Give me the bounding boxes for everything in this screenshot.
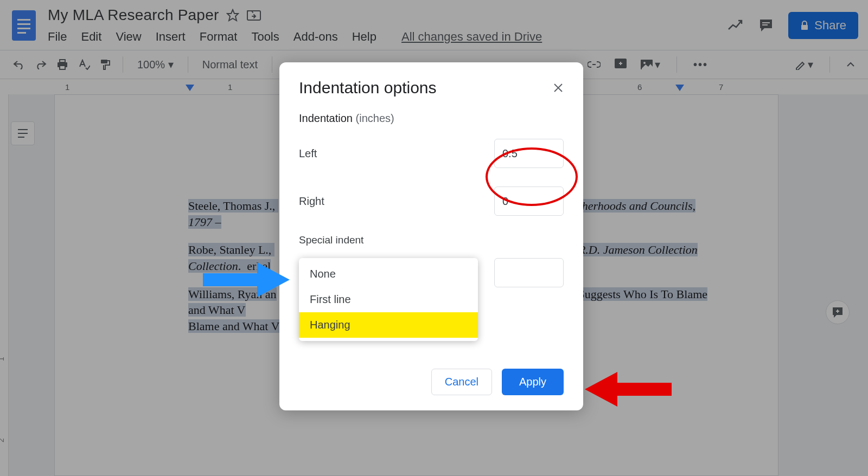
apply-button[interactable]: Apply	[502, 369, 564, 395]
add-comment-icon[interactable]	[611, 56, 630, 73]
cancel-button[interactable]: Cancel	[431, 369, 492, 395]
svg-rect-7	[762, 22, 770, 23]
chevron-down-icon: ▾	[808, 58, 813, 71]
svg-marker-5	[227, 10, 238, 21]
lock-icon	[800, 21, 809, 30]
more-icon[interactable]: •••	[690, 56, 711, 73]
svg-rect-0	[12, 10, 36, 41]
svg-rect-9	[801, 25, 808, 30]
dialog-section-heading: Indentation (inches)	[299, 112, 564, 125]
svg-rect-1	[17, 19, 30, 21]
print-icon[interactable]	[53, 57, 72, 72]
app-header: My MLA Research Paper File Edit View Ins…	[0, 0, 868, 50]
menu-format[interactable]: Format	[200, 30, 238, 44]
menu-tools[interactable]: Tools	[251, 30, 279, 44]
doc-text: Steele, Thomas J.,	[188, 199, 278, 213]
svg-rect-8	[762, 24, 768, 25]
doc-text: R.D. Jameson Collection	[578, 243, 698, 256]
ruler-tick: 1	[228, 82, 232, 92]
doc-text: Robe, Stanley L.,	[188, 243, 275, 256]
indent-marker-icon[interactable]	[675, 85, 684, 91]
comments-icon[interactable]	[759, 18, 773, 33]
svg-rect-6	[247, 11, 260, 20]
chevron-down-icon: ▾	[655, 58, 660, 71]
right-indent-label: Right	[299, 195, 324, 208]
menu-bar: File Edit View Insert Format Tools Add-o…	[48, 26, 727, 48]
menu-file[interactable]: File	[48, 30, 67, 44]
svg-point-16	[643, 62, 646, 64]
zoom-select[interactable]: 100% ▾	[132, 56, 179, 73]
ruler-tick: 6	[637, 82, 642, 92]
svg-rect-4	[17, 32, 26, 34]
chevron-down-icon: ▾	[168, 59, 174, 70]
menu-help[interactable]: Help	[352, 30, 376, 44]
undo-icon[interactable]	[10, 57, 28, 72]
save-status[interactable]: All changes saved in Drive	[401, 30, 542, 44]
share-label: Share	[814, 18, 846, 33]
vertical-ruler[interactable]: 1 2	[0, 94, 9, 476]
doc-text: Blame and What V	[188, 319, 279, 333]
option-first-line[interactable]: First line	[299, 287, 478, 312]
insert-image-icon[interactable]: ▾	[637, 56, 663, 73]
paint-format-icon[interactable]	[97, 56, 114, 73]
right-indent-input[interactable]	[494, 186, 564, 216]
left-indent-label: Left	[299, 147, 317, 160]
star-icon[interactable]	[226, 9, 239, 22]
doc-text: . erkel	[238, 259, 271, 273]
svg-rect-2	[17, 23, 30, 25]
special-indent-input[interactable]	[494, 258, 564, 287]
chevron-up-icon[interactable]	[843, 60, 858, 69]
option-none[interactable]: None	[299, 261, 478, 287]
menu-insert[interactable]: Insert	[156, 30, 186, 44]
style-select[interactable]: Normal text	[197, 56, 263, 73]
insert-link-icon[interactable]	[584, 59, 604, 70]
option-hanging[interactable]: Hanging	[299, 312, 478, 338]
left-indent-input[interactable]	[494, 139, 564, 168]
special-indent-label: Special indent	[299, 234, 564, 246]
close-icon[interactable]	[553, 82, 564, 93]
redo-icon[interactable]	[31, 57, 50, 72]
add-comment-floating-icon[interactable]	[826, 300, 850, 324]
menu-edit[interactable]: Edit	[81, 30, 101, 44]
ruler-tick: 1	[65, 82, 69, 92]
move-icon[interactable]	[247, 9, 261, 21]
editing-mode-icon[interactable]: ▾	[792, 56, 816, 73]
svg-rect-12	[60, 66, 65, 69]
svg-rect-3	[17, 28, 30, 29]
doc-text: Collection	[188, 259, 238, 273]
docs-logo-icon[interactable]	[10, 7, 38, 44]
menu-view[interactable]: View	[116, 30, 141, 44]
activity-icon[interactable]	[727, 20, 744, 31]
share-button[interactable]: Share	[788, 12, 858, 39]
svg-rect-13	[101, 60, 107, 63]
ruler-tick: 2	[0, 438, 5, 442]
ruler-tick: 1	[0, 357, 5, 361]
indent-marker-icon[interactable]	[186, 85, 194, 91]
svg-rect-11	[60, 60, 65, 62]
spellcheck-icon[interactable]	[75, 57, 93, 72]
outline-icon[interactable]	[11, 121, 35, 145]
doc-text: Williams, Ryan an	[188, 287, 277, 301]
dialog-title: Indentation options	[299, 79, 437, 97]
ruler-tick: 7	[719, 82, 723, 92]
menu-addons[interactable]: Add-ons	[293, 30, 338, 44]
indentation-dialog: Indentation options Indentation (inches)…	[279, 62, 583, 410]
document-title[interactable]: My MLA Research Paper	[48, 7, 219, 24]
